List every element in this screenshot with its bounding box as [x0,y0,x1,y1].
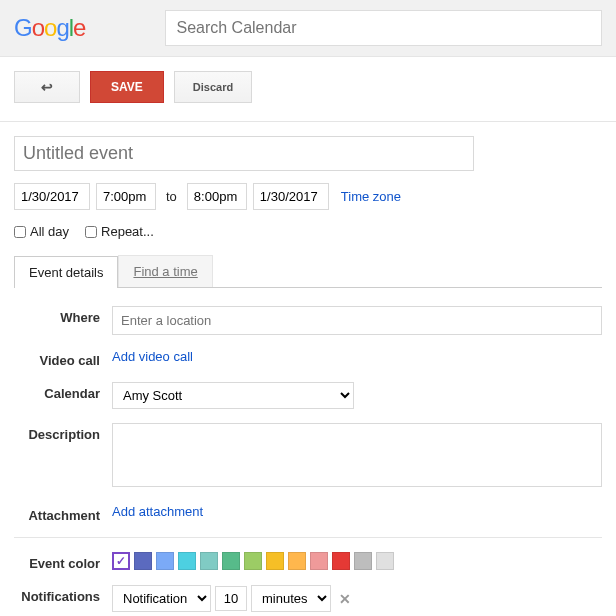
calendar-label: Calendar [14,382,112,401]
color-swatches [112,552,602,570]
search-wrap [165,10,602,46]
color-swatch[interactable] [244,552,262,570]
save-button[interactable]: SAVE [90,71,164,103]
notification-unit-select[interactable]: minutes [251,585,331,612]
color-swatch[interactable] [354,552,372,570]
repeat-checkbox[interactable]: Repeat... [85,224,154,239]
date-row: to Time zone [14,183,602,210]
check-row: All day Repeat... [14,224,602,239]
color-swatch[interactable] [376,552,394,570]
remove-notification-icon[interactable]: ✕ [339,591,351,607]
add-attachment-link[interactable]: Add attachment [112,504,203,519]
form-area: to Time zone All day Repeat... Event det… [0,122,616,616]
discard-button[interactable]: Discard [174,71,252,103]
start-date-input[interactable] [14,183,90,210]
to-label: to [166,189,177,204]
end-date-input[interactable] [253,183,329,210]
color-swatch[interactable] [310,552,328,570]
repeat-label: Repeat... [101,224,154,239]
tab-find-a-time[interactable]: Find a time [118,255,212,287]
all-day-label: All day [30,224,69,239]
action-bar: ↩ SAVE Discard [0,57,616,122]
color-swatch[interactable] [156,552,174,570]
where-input[interactable] [112,306,602,335]
divider [14,537,602,538]
search-input[interactable] [165,10,602,46]
google-logo[interactable]: Google [14,14,85,42]
all-day-checkbox[interactable]: All day [14,224,69,239]
color-swatch[interactable] [222,552,240,570]
start-time-input[interactable] [96,183,156,210]
notifications-label: Notifications [14,585,112,604]
where-label: Where [14,306,112,325]
calendar-select[interactable]: Amy Scott [112,382,354,409]
color-swatch[interactable] [200,552,218,570]
color-swatch[interactable] [332,552,350,570]
video-call-label: Video call [14,349,112,368]
notification-type-select[interactable]: Notification [112,585,211,612]
event-title-input[interactable] [14,136,474,171]
color-swatch[interactable] [178,552,196,570]
color-swatch[interactable] [134,552,152,570]
end-time-input[interactable] [187,183,247,210]
event-details-panel: Where Video call Add video call Calendar… [14,288,602,616]
topbar: Google [0,0,616,57]
add-video-call-link[interactable]: Add video call [112,349,193,364]
color-swatch[interactable] [266,552,284,570]
color-swatch[interactable] [288,552,306,570]
tab-event-details[interactable]: Event details [14,256,118,288]
tabs: Event details Find a time [14,255,602,288]
timezone-link[interactable]: Time zone [341,189,401,204]
event-color-label: Event color [14,552,112,571]
description-label: Description [14,423,112,442]
attachment-label: Attachment [14,504,112,523]
color-swatch[interactable] [112,552,130,570]
back-button[interactable]: ↩ [14,71,80,103]
description-textarea[interactable] [112,423,602,487]
notification-row: Notification minutes ✕ [112,585,602,612]
notification-value-input[interactable] [215,586,247,611]
